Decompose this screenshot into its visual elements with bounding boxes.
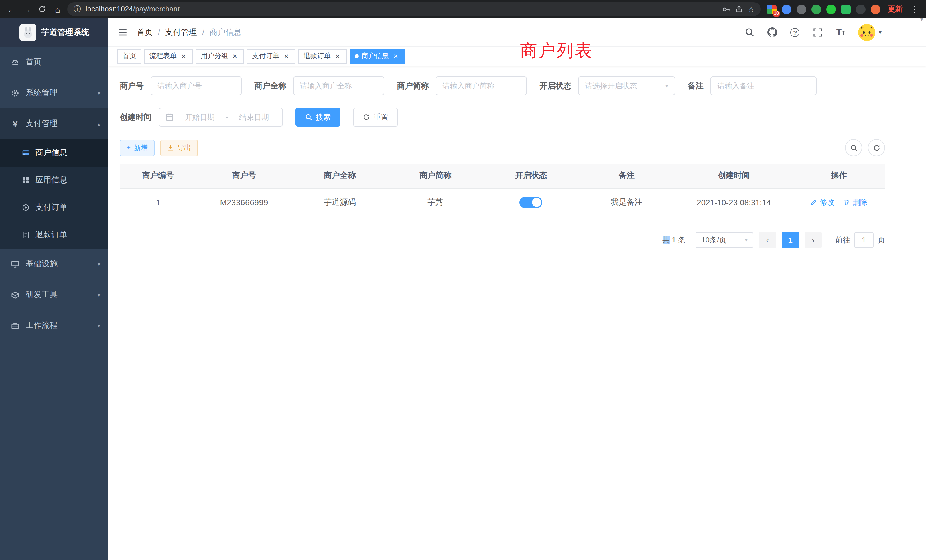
merchant-no-label: 商户号 (120, 81, 144, 91)
date-range-picker[interactable]: 开始日期 - 结束日期 (159, 108, 283, 127)
browser-back-icon[interactable]: ← (6, 3, 17, 15)
browser-address-bar[interactable]: ⓘ localhost:1024/pay/merchant ☆ (67, 2, 761, 16)
extension-icon[interactable] (811, 4, 821, 14)
sidebar-item-pay-order[interactable]: 支付订单 (0, 194, 108, 221)
reset-button[interactable]: 重置 (353, 108, 398, 127)
tab-pay-order[interactable]: 支付订单 × (247, 49, 295, 64)
extension-icon[interactable] (856, 4, 865, 14)
status-label: 开启状态 (539, 81, 571, 91)
toolbox-icon (11, 291, 20, 299)
page-size-select[interactable]: 10条/页 ▾ (696, 232, 753, 248)
gear-icon (11, 89, 20, 97)
browser-menu-icon[interactable]: ⋮ (909, 3, 920, 15)
app-logo[interactable]: 芋道管理系统 (0, 18, 108, 47)
extensions-icon[interactable]: 10 (767, 4, 776, 14)
status-toggle[interactable] (520, 197, 543, 208)
short-name-input[interactable] (442, 82, 520, 90)
github-icon[interactable] (767, 27, 778, 38)
tab-refund-order[interactable]: 退款订单 × (298, 49, 346, 64)
toggle-search-button[interactable] (845, 139, 862, 156)
breadcrumb-payment[interactable]: 支付管理 (165, 27, 197, 37)
extension-icon[interactable] (841, 4, 851, 14)
sidebar-item-payment[interactable]: ¥ 支付管理 ▴ (0, 108, 108, 139)
merchant-page: 商户号 商户全称 商户简称 开启状态 请选择开启状态 (108, 66, 926, 560)
close-icon[interactable]: × (231, 52, 239, 60)
monitor-icon (11, 260, 20, 268)
search-form-row-1: 商户号 商户全称 商户简称 开启状态 请选择开启状态 (120, 76, 885, 95)
search-button[interactable]: 搜索 (295, 108, 340, 127)
browser-update-button[interactable]: 更新 (888, 4, 903, 14)
column-header: 商户简称 (387, 163, 483, 188)
full-name-label: 商户全称 (254, 81, 286, 91)
goto-unit: 页 (878, 235, 885, 245)
url-path: /pay/merchant (133, 5, 180, 13)
refund-doc-icon (22, 231, 30, 239)
sidebar-item-workflow[interactable]: 工作流程 ▾ (0, 310, 108, 341)
help-icon[interactable]: ? (790, 27, 800, 38)
sidebar-item-infrastructure[interactable]: 基础设施 ▾ (0, 249, 108, 279)
add-button[interactable]: + 新增 (120, 139, 154, 156)
font-size-icon[interactable]: TT (835, 27, 846, 38)
merchant-no-input[interactable] (157, 82, 235, 90)
sidebar-item-system[interactable]: 系统管理 ▾ (0, 77, 108, 108)
close-icon[interactable]: × (282, 52, 290, 60)
date-start-placeholder[interactable]: 开始日期 (178, 112, 222, 122)
question-glyph: ? (791, 28, 800, 37)
sidebar-item-app-info[interactable]: 应用信息 (0, 166, 108, 194)
sidebar-item-merchant-info[interactable]: 商户信息 (0, 139, 108, 166)
tab-user-group[interactable]: 用户分组 × (195, 49, 244, 64)
pagination-goto: 前往 页 (835, 232, 885, 248)
bookmark-star-icon[interactable]: ☆ (748, 5, 754, 14)
url-text: localhost:1024/pay/merchant (86, 5, 717, 13)
next-page-button[interactable]: › (805, 232, 822, 248)
prev-page-button[interactable]: ‹ (759, 232, 776, 248)
tab-process-form[interactable]: 流程表单 × (144, 49, 193, 64)
date-end-placeholder[interactable]: 结束日期 (232, 112, 276, 122)
browser-home-icon[interactable]: ⌂ (52, 3, 63, 15)
goto-page-input[interactable] (854, 232, 873, 248)
export-button[interactable]: 导出 (160, 139, 198, 156)
browser-reload-icon[interactable] (36, 3, 48, 15)
tab-home[interactable]: 首页 (118, 49, 141, 64)
calendar-icon (165, 113, 174, 121)
breadcrumb-home[interactable]: 首页 (137, 27, 153, 37)
cell-create-time: 2021-10-23 08:31:14 (675, 188, 793, 217)
page-1-button[interactable]: 1 (782, 232, 799, 248)
search-icon[interactable] (744, 27, 755, 38)
status-select[interactable]: 请选择开启状态 ▾ (578, 76, 675, 95)
edit-link[interactable]: 修改 (811, 197, 834, 207)
site-info-icon[interactable]: ⓘ (74, 4, 81, 14)
tags-view: 首页 流程表单 × 用户分组 × 支付订单 × 退款订单 × (108, 47, 926, 66)
full-name-input[interactable] (300, 82, 377, 90)
hamburger-icon[interactable] (117, 26, 129, 38)
close-icon[interactable]: × (334, 52, 342, 60)
navbar-actions: ? TT ▾ (744, 24, 882, 41)
annotation-merchant-list: 商户列表 (520, 39, 593, 63)
yen-icon: ¥ (11, 120, 20, 128)
extension-icon[interactable] (797, 4, 806, 14)
browser-overflow-caret-icon[interactable]: ▾ (920, 16, 923, 22)
tab-merchant-info[interactable]: 商户信息 × (350, 49, 405, 64)
card-icon (22, 149, 30, 157)
delete-link[interactable]: 删除 (844, 197, 867, 207)
sidebar-item-home[interactable]: 首页 (0, 47, 108, 77)
profile-avatar-icon[interactable] (871, 4, 881, 14)
edit-link-label: 修改 (820, 197, 834, 207)
column-header: 开启状态 (483, 163, 579, 188)
close-icon[interactable]: × (392, 52, 400, 60)
navbar: 首页 / 支付管理 / 商户信息 商户列表 ? (108, 18, 926, 47)
fullscreen-icon[interactable] (813, 27, 823, 38)
extension-icon[interactable] (782, 4, 791, 14)
user-menu[interactable]: ▾ (858, 24, 882, 41)
user-avatar[interactable] (858, 24, 875, 41)
sidebar-item-refund-order[interactable]: 退款订单 (0, 221, 108, 249)
sidebar-item-dev-tools[interactable]: 研发工具 ▾ (0, 279, 108, 310)
extension-badge: 10 (773, 11, 780, 16)
extension-icon[interactable] (826, 4, 836, 14)
share-icon[interactable] (735, 5, 743, 13)
remark-input[interactable] (717, 82, 809, 90)
close-icon[interactable]: × (180, 52, 188, 60)
password-key-icon[interactable] (722, 5, 731, 14)
refresh-button[interactable] (868, 139, 885, 156)
browser-forward-icon[interactable]: → (21, 3, 32, 15)
